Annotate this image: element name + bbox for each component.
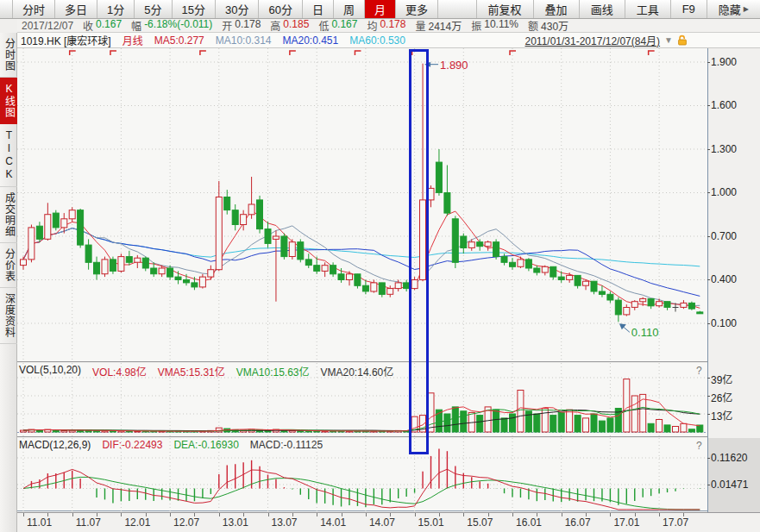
volume-help-icon[interactable]: ? — [696, 365, 702, 377]
volume-bar — [631, 396, 638, 432]
time-axis-label: 17.07 — [663, 516, 688, 529]
candle-body — [501, 257, 507, 263]
tab-60min[interactable]: 60分 — [259, 0, 302, 18]
tab-monthly[interactable]: 月 — [365, 0, 396, 18]
volume-bar — [591, 414, 597, 432]
date-range-text[interactable]: 2011/01/31-2017/12/07(84月) — [525, 33, 661, 47]
volume-bar — [624, 379, 630, 432]
quote-low: 低0.167 — [318, 18, 357, 33]
candle-body — [461, 236, 467, 248]
unlock-icon[interactable] — [677, 34, 688, 46]
candle-body — [265, 229, 271, 244]
kline-pane: 1.8900.110 — [17, 48, 707, 362]
axis-tick-label: 26亿 — [711, 390, 732, 404]
tab-15min[interactable]: 15分 — [173, 0, 216, 18]
sidebar-item-kline-chart[interactable]: K线图 — [0, 78, 17, 124]
tab-5min[interactable]: 5分 — [135, 0, 172, 18]
candle-body — [510, 262, 516, 266]
sidebar-item-depth-info[interactable]: 深度资料 — [0, 288, 17, 344]
candle-body — [599, 291, 605, 294]
macd-help-icon[interactable]: ? — [696, 440, 702, 452]
axis-tick-label: 13亿 — [711, 408, 732, 422]
candle-body — [550, 266, 556, 277]
tab-multi-day[interactable]: 多日 — [55, 0, 97, 18]
volume-bar — [697, 425, 703, 432]
time-axis-tick — [463, 513, 464, 516]
sidebar-item-tick[interactable]: TICK — [0, 124, 17, 187]
exright-marker — [110, 51, 116, 55]
ma60-line — [23, 228, 700, 266]
tab-1min[interactable]: 1分 — [97, 0, 135, 18]
volume-bar — [493, 410, 499, 432]
tab-daily[interactable]: 日 — [303, 0, 334, 18]
kline-chart: 1.8900.110 — [17, 48, 707, 362]
chevron-down-icon[interactable]: ▼ — [664, 35, 673, 45]
highlight-rectangle[interactable] — [409, 49, 429, 454]
candle-body — [322, 266, 328, 272]
volume-bar — [477, 416, 483, 432]
forward-adjust-button[interactable]: 前复权 — [476, 0, 533, 18]
time-axis-tick — [170, 513, 171, 516]
hide-button[interactable]: 隐藏 ▶ — [707, 0, 760, 18]
volume-bar — [510, 414, 516, 432]
candle-body — [281, 236, 287, 257]
quote-info-row: 2017/12/07 收0.167 幅-6.18%(-0.011) 开0.178… — [17, 19, 760, 33]
candle-body — [232, 210, 238, 225]
candle-body — [273, 236, 279, 239]
candle-body — [167, 268, 173, 277]
date-range-selector[interactable]: 2011/01/31-2017/12/07(84月) ▼ — [525, 33, 688, 47]
candle-body — [493, 242, 499, 257]
time-axis-tick — [415, 513, 416, 516]
candle-body — [681, 303, 687, 307]
quote-high: 高0.185 — [270, 18, 309, 33]
tab-minute-chart[interactable]: 分时 — [12, 0, 55, 18]
chevron-right-icon: ▶ — [744, 5, 749, 13]
tab-weekly[interactable]: 周 — [334, 0, 365, 18]
exright-marker — [290, 51, 296, 55]
time-axis-tick — [512, 513, 513, 516]
volume-bar — [501, 418, 507, 432]
volume-bar — [542, 409, 548, 433]
tools-button[interactable]: 工具 — [625, 0, 670, 18]
candle-body — [110, 260, 116, 272]
volume-bar — [534, 414, 540, 432]
time-axis-label: 13.01 — [223, 516, 248, 529]
volume-bar — [102, 431, 108, 432]
quote-open: 开0.178 — [222, 18, 261, 33]
dea-value: DEA:-0.16930 — [173, 439, 238, 451]
vol-value: VOL:4.98亿 — [92, 364, 147, 379]
tab-more[interactable]: 更多 — [396, 0, 438, 18]
candle-body — [338, 274, 344, 280]
candle-body — [525, 260, 531, 268]
candle-body — [78, 210, 84, 245]
tab-30min[interactable]: 30分 — [216, 0, 259, 18]
candle-body — [184, 280, 190, 283]
time-axis-label: 13.07 — [272, 516, 298, 529]
macd-value: MACD:-0.11125 — [250, 439, 323, 451]
volume-bar — [567, 410, 573, 432]
candle-body — [607, 294, 613, 300]
candle-body — [142, 258, 148, 268]
axis-tick-label: 39亿 — [711, 372, 732, 386]
candle-body — [477, 242, 483, 247]
f9-button[interactable]: F9 — [670, 0, 707, 18]
volume-bar — [428, 393, 434, 432]
candle-body — [362, 285, 368, 291]
exright-marker — [510, 51, 516, 55]
sidebar-item-trade-detail[interactable]: 成交明细 — [0, 187, 17, 243]
sidebar-item-price-table[interactable]: 分价表 — [0, 243, 17, 288]
candle-body — [379, 283, 385, 295]
candle-body — [192, 283, 198, 287]
candle-body — [126, 257, 132, 263]
axis-tick-label: 0.11620 — [711, 452, 748, 464]
sidebar-item-minute-chart[interactable]: 分时图 — [0, 33, 17, 78]
overlay-button[interactable]: 叠加 — [533, 0, 579, 18]
draw-line-button[interactable]: 画线 — [579, 0, 625, 18]
volume-bar — [656, 420, 663, 433]
time-axis-label: 16.07 — [565, 516, 591, 529]
volume-bar — [550, 416, 556, 432]
candle-body — [575, 275, 581, 285]
candle-body — [387, 289, 393, 295]
volume-bar — [110, 431, 116, 432]
candle-body — [648, 298, 654, 305]
